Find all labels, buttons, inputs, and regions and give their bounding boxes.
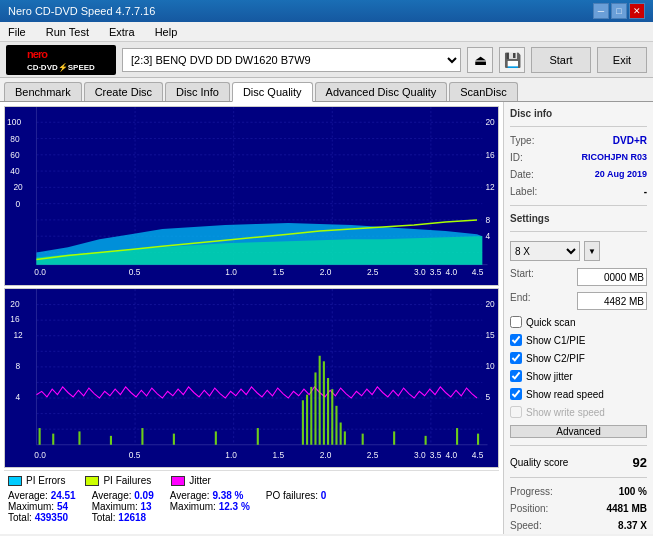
legend-pi-failures: PI Failures	[85, 475, 151, 486]
tab-create-disc[interactable]: Create Disc	[84, 82, 163, 101]
minimize-button[interactable]: ─	[593, 3, 609, 19]
show-jitter-checkbox[interactable]	[510, 370, 522, 382]
jitter-max: 12.3 %	[219, 501, 250, 512]
show-c2pif-row: Show C2/PIF	[510, 352, 647, 364]
speed-selector[interactable]: 8 X	[510, 241, 580, 261]
legend-pi-errors: PI Errors	[8, 475, 65, 486]
show-write-speed-checkbox[interactable]	[510, 406, 522, 418]
quick-scan-checkbox[interactable]	[510, 316, 522, 328]
save-icon[interactable]: 💾	[499, 47, 525, 73]
svg-text:3.0: 3.0	[414, 268, 426, 277]
tab-benchmark[interactable]: Benchmark	[4, 82, 82, 101]
pi-errors-max: 54	[57, 501, 68, 512]
start-button[interactable]: Start	[531, 47, 591, 73]
tab-advanced-disc-quality[interactable]: Advanced Disc Quality	[315, 82, 448, 101]
avg-label-1: Average:	[8, 490, 51, 501]
pi-errors-stats: Average: 24.51 Maximum: 54 Total: 439350	[8, 490, 76, 523]
chart-bottom-svg: 20 16 12 8 4 20 15 10 5 0.0 0.5 1.0 1.5 …	[5, 289, 498, 467]
disc-id-label: ID:	[510, 152, 523, 163]
tab-disc-quality[interactable]: Disc Quality	[232, 82, 313, 102]
show-read-speed-checkbox[interactable]	[510, 388, 522, 400]
chart-bottom: 20 16 12 8 4 20 15 10 5 0.0 0.5 1.0 1.5 …	[4, 288, 499, 468]
svg-rect-76	[425, 436, 427, 445]
svg-text:2.5: 2.5	[367, 268, 379, 277]
svg-text:20: 20	[485, 118, 495, 127]
disc-type-row: Type: DVD+R	[510, 135, 647, 146]
svg-rect-78	[477, 434, 479, 445]
pi-failures-label: PI Failures	[103, 475, 151, 486]
svg-text:4.0: 4.0	[446, 268, 458, 277]
show-c2pif-checkbox[interactable]	[510, 352, 522, 364]
svg-rect-57	[78, 431, 80, 444]
svg-rect-75	[393, 431, 395, 444]
svg-rect-66	[314, 372, 316, 444]
svg-text:16: 16	[485, 151, 495, 160]
svg-text:40: 40	[10, 167, 20, 176]
disc-label-value: -	[644, 186, 647, 197]
divider-3	[510, 231, 647, 232]
disc-date-label: Date:	[510, 169, 534, 180]
menu-help[interactable]: Help	[151, 24, 182, 40]
max-label-1: Maximum:	[8, 501, 57, 512]
jitter-avg: 9.38 %	[212, 490, 243, 501]
tab-scandisc[interactable]: ScanDisc	[449, 82, 517, 101]
progress-row-3: Speed: 8.37 X	[510, 520, 647, 531]
legend-row: PI Errors PI Failures Jitter	[8, 475, 495, 486]
svg-text:2.5: 2.5	[367, 450, 379, 460]
drive-selector[interactable]: [2:3] BENQ DVD DD DW1620 B7W9	[122, 48, 461, 72]
svg-rect-55	[39, 428, 41, 445]
svg-text:12: 12	[485, 184, 495, 193]
svg-rect-67	[319, 356, 321, 445]
pi-failures-color	[85, 476, 99, 486]
show-jitter-row: Show jitter	[510, 370, 647, 382]
pi-errors-label: PI Errors	[26, 475, 65, 486]
pi-failures-max: 13	[141, 501, 152, 512]
start-mb-row: Start:	[510, 268, 647, 286]
show-read-speed-label: Show read speed	[526, 389, 604, 400]
exit-button[interactable]: Exit	[597, 47, 647, 73]
progress-row-2: Position: 4481 MB	[510, 503, 647, 514]
pi-failures-stats: Average: 0.09 Maximum: 13 Total: 12618	[92, 490, 154, 523]
disc-type-label: Type:	[510, 135, 534, 146]
menu-run-test[interactable]: Run Test	[42, 24, 93, 40]
svg-text:4.5: 4.5	[472, 450, 484, 460]
svg-text:0.0: 0.0	[34, 450, 46, 460]
pi-errors-avg: 24.51	[51, 490, 76, 501]
svg-text:8: 8	[485, 216, 490, 225]
divider-1	[510, 126, 647, 127]
show-c1pie-checkbox[interactable]	[510, 334, 522, 346]
spin-button[interactable]: ▼	[584, 241, 600, 261]
svg-rect-72	[340, 423, 342, 445]
end-mb-input[interactable]	[577, 292, 647, 310]
eject-icon[interactable]: ⏏	[467, 47, 493, 73]
legend-jitter: Jitter	[171, 475, 211, 486]
menu-bar: File Run Test Extra Help	[0, 22, 653, 42]
advanced-button[interactable]: Advanced	[510, 425, 647, 438]
menu-file[interactable]: File	[4, 24, 30, 40]
svg-rect-63	[302, 400, 304, 445]
svg-text:8: 8	[15, 361, 20, 371]
progress-value: 100 %	[619, 486, 647, 497]
svg-text:1.0: 1.0	[225, 450, 237, 460]
svg-rect-65	[310, 387, 312, 445]
tab-disc-info[interactable]: Disc Info	[165, 82, 230, 101]
svg-rect-62	[257, 428, 259, 445]
show-c1pie-row: Show C1/PIE	[510, 334, 647, 346]
menu-extra[interactable]: Extra	[105, 24, 139, 40]
svg-text:0.0: 0.0	[34, 268, 46, 277]
close-button[interactable]: ✕	[629, 3, 645, 19]
svg-text:0: 0	[15, 200, 20, 209]
title-bar: Nero CD-DVD Speed 4.7.7.16 ─ □ ✕	[0, 0, 653, 22]
legend-area: PI Errors PI Failures Jitter Average: 24…	[4, 470, 499, 530]
start-label: Start:	[510, 268, 534, 286]
disc-label-row: Label: -	[510, 186, 647, 197]
po-label: PO failures:	[266, 490, 321, 501]
disc-date-value: 20 Aug 2019	[595, 169, 647, 180]
svg-rect-69	[327, 378, 329, 445]
maximize-button[interactable]: □	[611, 3, 627, 19]
main-content: 100 80 60 40 20 0 20 16 12 8 4 0.0 0.5 1…	[0, 102, 653, 534]
start-mb-input[interactable]	[577, 268, 647, 286]
total-label-1: Total:	[8, 512, 35, 523]
show-read-speed-row: Show read speed	[510, 388, 647, 400]
po-failures-value: 0	[321, 490, 327, 501]
